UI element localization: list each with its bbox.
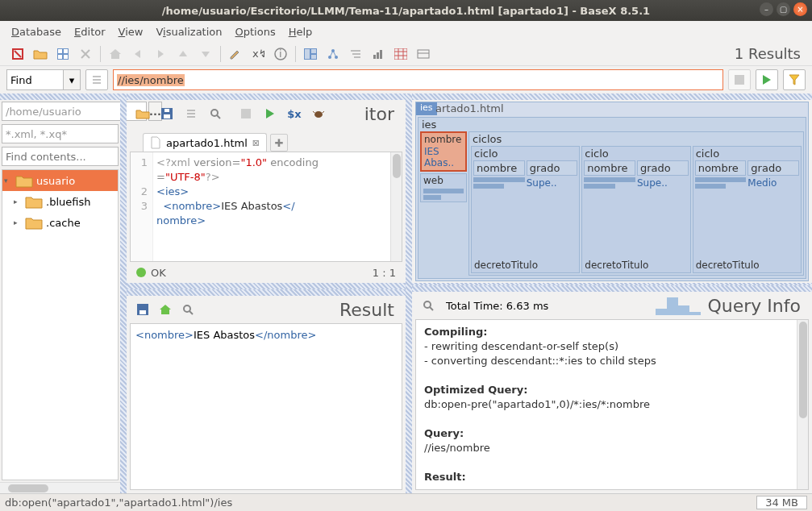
tree-item-usuario[interactable]: ▾ usuario [2,170,118,191]
ed-save-button[interactable] [156,103,178,124]
file-tree[interactable]: ▾ usuario ▸ .bluefish ▸ .cache [2,169,119,480]
ed-search-button[interactable] [204,103,227,124]
down-button[interactable] [194,44,217,64]
map-ies[interactable]: ies nombre IES Abas.. web [418,117,806,279]
close-tab-icon[interactable]: ⊠ [252,138,260,148]
qi-body[interactable]: Compiling: - rewriting descendant-or-sel… [415,319,809,490]
xquery-button[interactable]: x↯ [247,44,269,64]
map-ciclo[interactable]: ciclo nombregrado Supe.. decretoTitulo [581,146,690,273]
filter-button[interactable] [783,69,806,90]
menu-editor[interactable]: Editor [69,24,110,39]
res-save-button[interactable] [131,299,154,320]
ed-open-button[interactable] [131,103,154,124]
tree-scrollbar[interactable] [0,482,120,493]
ed-list-button[interactable] [180,103,202,124]
editor-tab[interactable]: apartado1.html ⊠ [143,133,267,152]
maximize-button[interactable]: ▢ [777,2,790,16]
close-window-button[interactable]: × [793,2,807,16]
tree-item-bluefish[interactable]: ▸ .bluefish [2,191,118,212]
res-search-button[interactable] [177,299,199,320]
file-filter-input[interactable] [2,124,119,143]
find-mode-input[interactable] [6,69,63,90]
panel-grip[interactable] [0,93,120,100]
svg-line-1 [15,51,21,57]
ed-stop-button[interactable] [235,103,257,124]
line-gutter: 1 23 [131,152,153,261]
svg-line-48 [313,111,314,113]
main-area: ... ▾ usuario ▸ .bluefish ▸ .cache [0,93,812,493]
svg-rect-32 [418,50,429,58]
find-contents-input[interactable] [2,147,119,166]
view-explorer-button[interactable] [412,44,435,64]
svg-rect-6 [64,55,68,59]
qi-heading: Compiling: [424,326,487,338]
result-body[interactable]: <nombre>IES Abastos</nombre> [130,323,402,490]
svg-point-52 [184,305,190,312]
ed-debug-button[interactable] [307,103,330,124]
menu-view[interactable]: View [114,24,148,39]
view-map-button[interactable] [299,44,322,64]
tab-label: apartado1.html [166,137,248,149]
home-button[interactable] [104,44,127,64]
open-button[interactable] [29,44,52,64]
map-view[interactable]: ies artado1.html ies nombre IES Abas.. w… [415,102,809,281]
delete-button[interactable] [74,44,97,64]
map-label: ciclos [469,132,803,146]
edit-button[interactable] [224,44,247,64]
ed-run-button[interactable] [259,103,281,124]
menu-help[interactable]: Help [284,24,318,39]
res-home-button[interactable] [154,299,177,320]
panel-grip[interactable] [412,285,812,292]
map-web[interactable]: web [420,173,467,202]
up-button[interactable] [172,44,194,64]
editor-scrollbar[interactable] [390,152,402,261]
visualization-panel: ies artado1.html ies nombre IES Abas.. w… [412,93,812,283]
map-ciclos[interactable]: ciclos ciclo nombregrado Supe.. decretoT… [468,131,804,276]
tree-label: usuario [36,175,75,187]
back-button[interactable] [127,44,149,64]
stop-search-button[interactable] [728,69,751,90]
qi-heading: Optimized Query: [424,384,527,396]
status-path: db:open("apartado1","apartado1.html")/ie… [5,496,232,509]
editor-panel: $x itor apartado1.html ⊠ ✚ 1 23 <?xml ve… [127,93,406,283]
map-ciclo[interactable]: ciclo nombregrado Supe.. decretoTitulo [471,146,580,273]
minimize-button[interactable]: – [760,2,773,16]
find-mode-dropdown[interactable]: ▾ [63,69,81,90]
grid-button[interactable] [52,44,74,64]
qi-line: //ies/nombre [424,442,490,454]
add-tab-button[interactable]: ✚ [270,134,288,152]
code-editor[interactable]: 1 23 <?xml version="1.0" encoding ="UTF-… [130,152,402,262]
ed-var-button[interactable]: $x [283,103,306,124]
splitter-horizontal[interactable] [127,283,406,289]
folder-icon [15,173,33,188]
menu-options[interactable]: Options [231,24,281,39]
map-ciclo[interactable]: ciclo nombregrado Medio decretoTitulo [693,146,802,273]
view-plot-button[interactable] [367,44,389,64]
new-db-button[interactable] [6,44,29,64]
map-nombre[interactable]: nombre IES Abas.. [420,131,467,172]
view-table-button[interactable] [389,44,412,64]
info-button[interactable]: i [269,44,292,64]
panel-grip[interactable] [127,93,406,100]
panel-grip[interactable] [127,289,406,296]
tree-item-cache[interactable]: ▸ .cache [2,212,118,233]
qi-scrollbar[interactable] [797,320,808,489]
menu-database[interactable]: DDatabaseatabase [6,24,66,39]
forward-button[interactable] [149,44,172,64]
panel-grip[interactable] [412,93,812,100]
view-tree-button[interactable] [322,44,344,64]
splitter-vertical[interactable] [406,93,412,493]
view-folder-button[interactable] [344,44,367,64]
menu-visualization[interactable]: Visualization [151,24,227,39]
splitter-vertical[interactable] [120,93,127,493]
qi-timing-chart [656,296,701,315]
memory-indicator[interactable]: 34 MB [756,496,807,509]
run-search-button[interactable] [756,69,778,90]
map-root[interactable]: ies [416,102,437,115]
qi-search-button[interactable] [417,295,439,316]
code-content: <?xml version="1.0" encoding ="UTF-8"?> … [153,152,402,261]
list-button[interactable] [85,69,108,90]
file-icon [150,136,161,149]
xpath-input[interactable]: //ies/nombre [113,69,723,90]
svg-rect-13 [305,49,310,59]
